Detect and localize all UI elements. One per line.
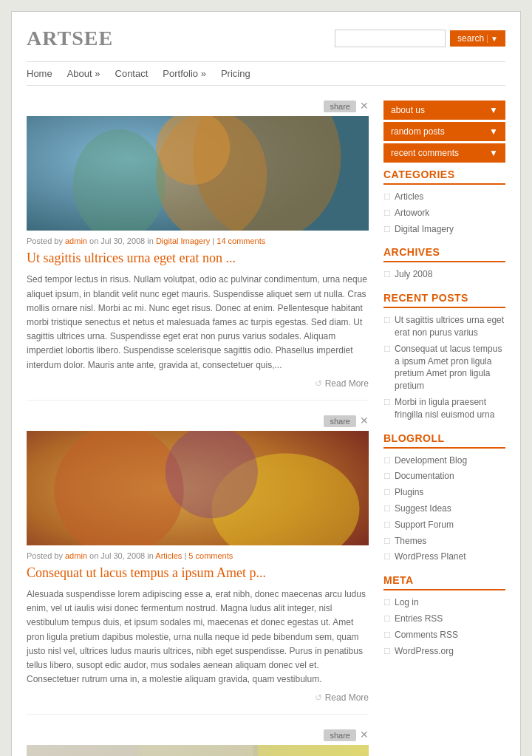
- read-more-link-1[interactable]: Read More: [325, 378, 369, 389]
- random-posts-arrow: ▼: [489, 126, 498, 137]
- category-digital-link[interactable]: Digital Imagery: [395, 223, 454, 236]
- category-articles: Articles: [383, 191, 505, 203]
- blogroll-list: Development Blog Documentation Plugins S…: [383, 454, 505, 564]
- post-author-1[interactable]: admin: [65, 236, 87, 245]
- about-us-widget-btn[interactable]: about us ▼: [383, 101, 505, 120]
- category-digital: Digital Imagery: [383, 223, 505, 236]
- post-3: share ✕: [27, 729, 369, 756]
- nav-home[interactable]: Home: [27, 68, 52, 79]
- blogroll-wpplanet-link[interactable]: WordPress Planet: [395, 551, 466, 563]
- meta-list: Log in Entries RSS Comments RSS WordPres…: [383, 596, 505, 657]
- search-button[interactable]: search ▼: [450, 30, 505, 47]
- meta-title: META: [383, 574, 505, 590]
- meta-login-link[interactable]: Log in: [395, 596, 419, 609]
- close-button-1[interactable]: ✕: [360, 101, 369, 112]
- post-author-2[interactable]: admin: [65, 551, 87, 560]
- blogroll-suggest-link[interactable]: Suggest Ideas: [395, 503, 451, 515]
- archives-section: ARCHIVES July 2008: [383, 246, 505, 281]
- logo: ARTSEE: [27, 27, 113, 50]
- post-title-1: Ut sagittis ultrices urna eget erat non …: [27, 250, 369, 267]
- main-content: share ✕: [27, 101, 369, 756]
- about-us-arrow: ▼: [489, 105, 498, 115]
- recent-comments-label: recent comments: [391, 148, 459, 158]
- blogroll-themes-link[interactable]: Themes: [395, 535, 426, 548]
- post-comments-2[interactable]: 5 comments: [188, 551, 233, 560]
- blogroll-title: BLOGROLL: [383, 432, 505, 449]
- recent-post-2-link[interactable]: Consequat ut lacus tempus a ipsum Amet p…: [395, 343, 505, 392]
- recent-posts-title: RECENT POSTS: [383, 292, 505, 308]
- sidebar: about us ▼ random posts ▼ recent comment…: [383, 101, 505, 756]
- close-button-2[interactable]: ✕: [360, 416, 369, 426]
- post-image-3: [27, 745, 369, 756]
- post-category-1[interactable]: Digital Imagery: [156, 236, 210, 245]
- recent-posts-list: Ut sagittis ultrices urna eget erat non …: [383, 314, 505, 420]
- post-excerpt-2: Alesuada suspendisse lorem adipiscing es…: [27, 588, 369, 687]
- header: ARTSEE search ▼: [27, 27, 505, 50]
- read-more-2: ↺ Read More: [27, 692, 369, 703]
- svg-rect-12: [142, 745, 253, 756]
- read-more-link-2[interactable]: Read More: [325, 692, 369, 703]
- post-meta-1: Posted by admin on Jul 30, 2008 in Digit…: [27, 236, 369, 245]
- nav-about[interactable]: About »: [67, 68, 100, 79]
- post-title-link-2[interactable]: Consequat ut lacus tempus a ipsum Amet p…: [27, 565, 266, 580]
- post-2: share ✕: [27, 415, 369, 715]
- recent-posts-section: RECENT POSTS Ut sagittis ultrices urna e…: [383, 292, 505, 420]
- meta-comments-rss-link[interactable]: Comments RSS: [395, 629, 458, 641]
- meta-comments-rss: Comments RSS: [383, 629, 505, 641]
- meta-wporg-link[interactable]: WordPress.org: [395, 645, 454, 658]
- meta-section: META Log in Entries RSS Comments RSS Wor…: [383, 574, 505, 657]
- archive-july2008-link[interactable]: July 2008: [395, 268, 432, 281]
- categories-list: Articles Artowork Digital Imagery: [383, 191, 505, 235]
- recent-comments-widget-btn[interactable]: recent comments ▼: [383, 143, 505, 163]
- about-us-label: about us: [391, 105, 425, 115]
- share-button-2[interactable]: share: [324, 415, 356, 427]
- recent-post-3-link[interactable]: Morbi in ligula praesent fringilla nisl …: [395, 396, 505, 421]
- meta-entries-rss-link[interactable]: Entries RSS: [395, 613, 443, 625]
- post-title-2: Consequat ut lacus tempus a ipsum Amet p…: [27, 565, 369, 582]
- post-excerpt-1: Sed tempor lectus in risus. Nullam volut…: [27, 273, 369, 372]
- blogroll-plugins-link[interactable]: Plugins: [395, 486, 423, 499]
- random-posts-widget-btn[interactable]: random posts ▼: [383, 122, 505, 141]
- logo-part1: ART: [27, 27, 72, 50]
- post-title-link-1[interactable]: Ut sagittis ultrices urna eget erat non …: [27, 251, 236, 265]
- meta-wporg: WordPress.org: [383, 645, 505, 658]
- archives-list: July 2008: [383, 268, 505, 281]
- blogroll-section: BLOGROLL Development Blog Documentation …: [383, 432, 505, 564]
- search-button-label: search: [457, 33, 484, 44]
- blogroll-suggest: Suggest Ideas: [383, 503, 505, 515]
- svg-rect-11: [27, 745, 137, 756]
- blogroll-docs-link[interactable]: Documentation: [395, 470, 454, 483]
- search-button-arrow: ▼: [487, 35, 498, 43]
- categories-title: CATEGORIES: [383, 168, 505, 185]
- share-bar-2: share ✕: [27, 415, 369, 427]
- category-artowork-link[interactable]: Artowork: [395, 207, 429, 219]
- main-nav: Home About » Contact Portfolio » Pricing: [27, 61, 505, 86]
- read-more-1: ↺ Read More: [27, 378, 369, 389]
- recent-post-1-link[interactable]: Ut sagittis ultrices urna eget erat non …: [395, 314, 505, 339]
- nav-portfolio[interactable]: Portfolio »: [163, 68, 206, 79]
- blogroll-plugins: Plugins: [383, 486, 505, 499]
- recent-post-1: Ut sagittis ultrices urna eget erat non …: [383, 314, 505, 339]
- post-1: share ✕: [27, 101, 369, 401]
- nav-contact[interactable]: Contact: [115, 68, 149, 79]
- nav-pricing[interactable]: Pricing: [221, 68, 250, 79]
- post-category-2[interactable]: Articles: [155, 551, 182, 560]
- post-comments-1[interactable]: 14 comments: [216, 236, 265, 245]
- search-area: search ▼: [335, 30, 505, 47]
- category-articles-link[interactable]: Articles: [395, 191, 423, 203]
- share-button-3[interactable]: share: [324, 729, 356, 741]
- blogroll-devblog-link[interactable]: Development Blog: [395, 454, 467, 467]
- meta-login: Log in: [383, 596, 505, 609]
- archives-title: ARCHIVES: [383, 246, 505, 262]
- category-artowork: Artowork: [383, 207, 505, 219]
- svg-point-7: [55, 431, 184, 545]
- search-input[interactable]: [335, 30, 446, 47]
- close-button-3[interactable]: ✕: [360, 730, 369, 740]
- share-button-1[interactable]: share: [324, 101, 356, 112]
- blogroll-support: Support Forum: [383, 519, 505, 531]
- categories-section: CATEGORIES Articles Artowork Digital Ima…: [383, 168, 505, 235]
- svg-rect-13: [258, 745, 369, 756]
- post-meta-2: Posted by admin on Jul 30, 2008 in Artic…: [27, 551, 369, 560]
- recent-post-2: Consequat ut lacus tempus a ipsum Amet p…: [383, 343, 505, 392]
- blogroll-support-link[interactable]: Support Forum: [395, 519, 454, 531]
